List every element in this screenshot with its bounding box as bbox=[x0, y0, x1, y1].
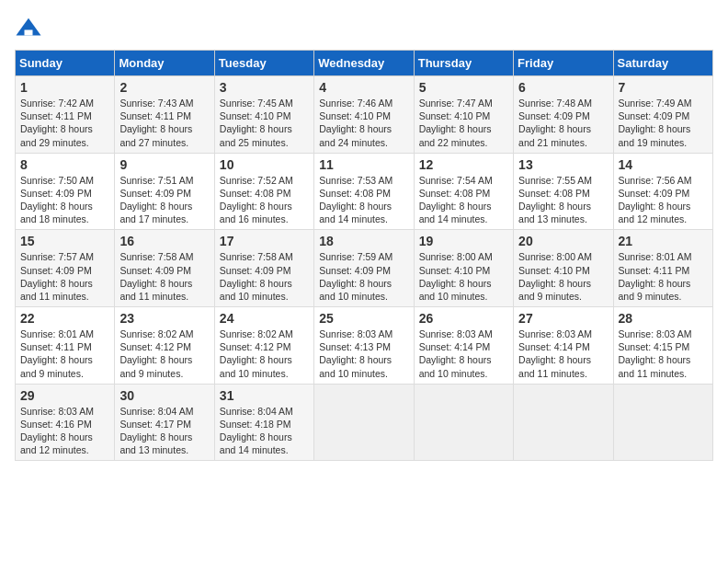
calendar-cell-6: 6 Sunrise: 7:48 AMSunset: 4:09 PMDayligh… bbox=[514, 76, 613, 154]
calendar-cell-24: 24 Sunrise: 8:02 AMSunset: 4:12 PMDaylig… bbox=[214, 307, 313, 385]
calendar-row-4: 22 Sunrise: 8:01 AMSunset: 4:11 PMDaylig… bbox=[16, 307, 713, 385]
calendar-cell-21: 21 Sunrise: 8:01 AMSunset: 4:11 PMDaylig… bbox=[613, 230, 712, 307]
svg-rect-1 bbox=[25, 30, 33, 36]
day-info: Sunrise: 7:55 AMSunset: 4:08 PMDaylight:… bbox=[518, 175, 592, 225]
day-info: Sunrise: 7:59 AMSunset: 4:09 PMDaylight:… bbox=[319, 251, 392, 302]
calendar-cell-empty-4-3 bbox=[314, 384, 414, 461]
calendar-cell-22: 22 Sunrise: 8:01 AMSunset: 4:11 PMDaylig… bbox=[16, 307, 115, 385]
day-number: 13 bbox=[518, 157, 608, 172]
calendar-cell-9: 9 Sunrise: 7:51 AMSunset: 4:09 PMDayligh… bbox=[115, 153, 214, 230]
day-info: Sunrise: 8:04 AMSunset: 4:18 PMDaylight:… bbox=[220, 406, 293, 456]
calendar-cell-27: 27 Sunrise: 8:03 AMSunset: 4:14 PMDaylig… bbox=[514, 307, 613, 385]
calendar-cell-25: 25 Sunrise: 8:03 AMSunset: 4:13 PMDaylig… bbox=[314, 307, 414, 385]
day-number: 19 bbox=[419, 234, 508, 248]
day-number: 11 bbox=[319, 157, 408, 172]
calendar-cell-17: 17 Sunrise: 7:58 AMSunset: 4:09 PMDaylig… bbox=[214, 230, 313, 307]
header-sunday: Sunday bbox=[16, 51, 115, 76]
day-number: 22 bbox=[20, 311, 109, 326]
calendar-cell-4: 4 Sunrise: 7:46 AMSunset: 4:10 PMDayligh… bbox=[314, 76, 414, 154]
day-number: 4 bbox=[319, 80, 408, 95]
calendar-row-2: 8 Sunrise: 7:50 AMSunset: 4:09 PMDayligh… bbox=[16, 153, 713, 230]
day-number: 3 bbox=[220, 80, 309, 95]
header-area bbox=[15, 15, 713, 42]
calendar-cell-18: 18 Sunrise: 7:59 AMSunset: 4:09 PMDaylig… bbox=[314, 230, 414, 307]
calendar-cell-30: 30 Sunrise: 8:04 AMSunset: 4:17 PMDaylig… bbox=[115, 384, 214, 461]
calendar-cell-13: 13 Sunrise: 7:55 AMSunset: 4:08 PMDaylig… bbox=[514, 153, 613, 230]
calendar-cell-10: 10 Sunrise: 7:52 AMSunset: 4:08 PMDaylig… bbox=[214, 153, 313, 230]
day-info: Sunrise: 8:01 AMSunset: 4:11 PMDaylight:… bbox=[20, 328, 94, 379]
day-info: Sunrise: 8:02 AMSunset: 4:12 PMDaylight:… bbox=[119, 328, 193, 379]
day-number: 6 bbox=[518, 80, 608, 95]
calendar-cell-11: 11 Sunrise: 7:53 AMSunset: 4:08 PMDaylig… bbox=[314, 153, 414, 230]
header-thursday: Thursday bbox=[414, 51, 513, 76]
day-number: 10 bbox=[220, 157, 309, 172]
day-info: Sunrise: 7:57 AMSunset: 4:09 PMDaylight:… bbox=[20, 251, 94, 302]
day-info: Sunrise: 8:03 AMSunset: 4:16 PMDaylight:… bbox=[20, 406, 94, 456]
day-number: 9 bbox=[119, 157, 209, 172]
calendar-cell-26: 26 Sunrise: 8:03 AMSunset: 4:14 PMDaylig… bbox=[414, 307, 513, 385]
day-number: 28 bbox=[619, 311, 708, 326]
day-info: Sunrise: 8:04 AMSunset: 4:17 PMDaylight:… bbox=[119, 406, 193, 456]
calendar-cell-23: 23 Sunrise: 8:02 AMSunset: 4:12 PMDaylig… bbox=[115, 307, 214, 385]
header-wednesday: Wednesday bbox=[314, 51, 414, 76]
calendar-cell-empty-4-6 bbox=[613, 384, 712, 461]
calendar-cell-3: 3 Sunrise: 7:45 AMSunset: 4:10 PMDayligh… bbox=[214, 76, 313, 154]
day-info: Sunrise: 7:56 AMSunset: 4:09 PMDaylight:… bbox=[619, 175, 692, 225]
day-info: Sunrise: 8:03 AMSunset: 4:13 PMDaylight:… bbox=[319, 328, 392, 379]
calendar-cell-31: 31 Sunrise: 8:04 AMSunset: 4:18 PMDaylig… bbox=[214, 384, 313, 461]
day-number: 29 bbox=[20, 388, 109, 403]
day-number: 12 bbox=[419, 157, 508, 172]
day-info: Sunrise: 7:54 AMSunset: 4:08 PMDaylight:… bbox=[419, 175, 493, 225]
day-info: Sunrise: 7:48 AMSunset: 4:09 PMDaylight:… bbox=[518, 98, 592, 148]
day-info: Sunrise: 7:42 AMSunset: 4:11 PMDaylight:… bbox=[20, 98, 94, 148]
day-info: Sunrise: 7:43 AMSunset: 4:11 PMDaylight:… bbox=[119, 98, 193, 148]
day-info: Sunrise: 8:01 AMSunset: 4:11 PMDaylight:… bbox=[619, 251, 692, 302]
calendar-cell-2: 2 Sunrise: 7:43 AMSunset: 4:11 PMDayligh… bbox=[115, 76, 214, 154]
day-info: Sunrise: 7:50 AMSunset: 4:09 PMDaylight:… bbox=[20, 175, 94, 225]
day-number: 31 bbox=[220, 388, 309, 403]
day-number: 18 bbox=[319, 234, 408, 248]
day-info: Sunrise: 8:00 AMSunset: 4:10 PMDaylight:… bbox=[518, 251, 592, 302]
day-info: Sunrise: 7:45 AMSunset: 4:10 PMDaylight:… bbox=[220, 98, 293, 148]
calendar-cell-20: 20 Sunrise: 8:00 AMSunset: 4:10 PMDaylig… bbox=[514, 230, 613, 307]
calendar-cell-5: 5 Sunrise: 7:47 AMSunset: 4:10 PMDayligh… bbox=[414, 76, 513, 154]
calendar-cell-14: 14 Sunrise: 7:56 AMSunset: 4:09 PMDaylig… bbox=[613, 153, 712, 230]
day-number: 24 bbox=[220, 311, 309, 326]
header-row: Sunday Monday Tuesday Wednesday Thursday… bbox=[16, 51, 713, 76]
calendar-cell-empty-4-5 bbox=[514, 384, 613, 461]
day-info: Sunrise: 7:53 AMSunset: 4:08 PMDaylight:… bbox=[319, 175, 392, 225]
day-info: Sunrise: 8:00 AMSunset: 4:10 PMDaylight:… bbox=[419, 251, 493, 302]
day-number: 16 bbox=[119, 234, 209, 248]
day-info: Sunrise: 7:58 AMSunset: 4:09 PMDaylight:… bbox=[119, 251, 193, 302]
day-info: Sunrise: 7:58 AMSunset: 4:09 PMDaylight:… bbox=[220, 251, 293, 302]
day-number: 14 bbox=[619, 157, 708, 172]
calendar-cell-8: 8 Sunrise: 7:50 AMSunset: 4:09 PMDayligh… bbox=[16, 153, 115, 230]
calendar-table: Sunday Monday Tuesday Wednesday Thursday… bbox=[15, 50, 713, 461]
calendar-cell-29: 29 Sunrise: 8:03 AMSunset: 4:16 PMDaylig… bbox=[16, 384, 115, 461]
calendar-cell-19: 19 Sunrise: 8:00 AMSunset: 4:10 PMDaylig… bbox=[414, 230, 513, 307]
calendar-cell-1: 1 Sunrise: 7:42 AMSunset: 4:11 PMDayligh… bbox=[16, 76, 115, 154]
calendar-row-3: 15 Sunrise: 7:57 AMSunset: 4:09 PMDaylig… bbox=[16, 230, 713, 307]
calendar-cell-7: 7 Sunrise: 7:49 AMSunset: 4:09 PMDayligh… bbox=[613, 76, 712, 154]
day-info: Sunrise: 8:02 AMSunset: 4:12 PMDaylight:… bbox=[220, 328, 293, 379]
calendar-cell-15: 15 Sunrise: 7:57 AMSunset: 4:09 PMDaylig… bbox=[16, 230, 115, 307]
day-info: Sunrise: 8:03 AMSunset: 4:14 PMDaylight:… bbox=[518, 328, 592, 379]
day-number: 15 bbox=[20, 234, 109, 248]
calendar-row-1: 1 Sunrise: 7:42 AMSunset: 4:11 PMDayligh… bbox=[16, 76, 713, 154]
header-monday: Monday bbox=[115, 51, 214, 76]
day-info: Sunrise: 7:46 AMSunset: 4:10 PMDaylight:… bbox=[319, 98, 392, 148]
calendar-row-5: 29 Sunrise: 8:03 AMSunset: 4:16 PMDaylig… bbox=[16, 384, 713, 461]
day-info: Sunrise: 8:03 AMSunset: 4:14 PMDaylight:… bbox=[419, 328, 493, 379]
calendar-cell-empty-4-4 bbox=[414, 384, 513, 461]
day-number: 23 bbox=[119, 311, 209, 326]
day-info: Sunrise: 7:51 AMSunset: 4:09 PMDaylight:… bbox=[119, 175, 193, 225]
logo bbox=[15, 15, 46, 42]
day-info: Sunrise: 7:49 AMSunset: 4:09 PMDaylight:… bbox=[619, 98, 692, 148]
day-info: Sunrise: 8:03 AMSunset: 4:15 PMDaylight:… bbox=[619, 328, 692, 379]
day-number: 21 bbox=[619, 234, 708, 248]
day-info: Sunrise: 7:47 AMSunset: 4:10 PMDaylight:… bbox=[419, 98, 493, 148]
header-saturday: Saturday bbox=[613, 51, 712, 76]
calendar-cell-16: 16 Sunrise: 7:58 AMSunset: 4:09 PMDaylig… bbox=[115, 230, 214, 307]
day-number: 30 bbox=[119, 388, 209, 403]
day-number: 26 bbox=[419, 311, 508, 326]
